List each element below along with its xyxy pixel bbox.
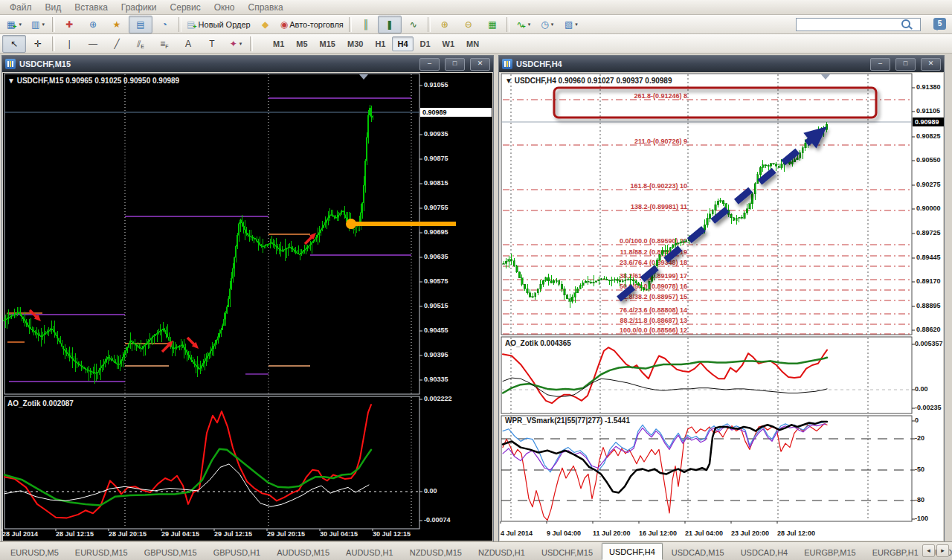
templates-icon: ▧ <box>565 19 573 30</box>
tab-audusd-m15[interactable]: AUDUSD,M15 <box>269 544 337 560</box>
minimize-button[interactable]: ‒ <box>419 58 440 71</box>
tab-eurgbp-m15[interactable]: EURGBP,M15 <box>797 544 863 560</box>
arrows-tool-button[interactable]: ✦▾ <box>224 35 248 53</box>
search-box <box>796 17 921 30</box>
tab-usdchf-m15[interactable]: USDCHF,M15 <box>534 544 600 560</box>
chart-canvas[interactable] <box>3 73 492 541</box>
menu-bar: ФайлВидВставкаГрафикиСервисОкноСправка <box>0 0 952 15</box>
window-title: USDCHF,M15 <box>19 59 414 68</box>
minimize-button[interactable]: ‒ <box>870 58 890 71</box>
text-label-button[interactable]: T <box>200 35 224 53</box>
chart-tab-bar: EURUSD,M5EURUSD,M15GBPUSD,M15GBPUSD,H1AU… <box>0 541 952 560</box>
tab-eurgbp-h1[interactable]: EURGBP,H1 <box>865 544 926 560</box>
fibonacci-button[interactable]: ≡F <box>152 35 176 53</box>
profiles-button[interactable]: ▥▾ <box>26 16 50 33</box>
window-title: USDCHF,H4 <box>516 59 865 68</box>
timeframe-m15[interactable]: M15 <box>315 36 341 51</box>
tab-eurusd-m15[interactable]: EURUSD,M15 <box>68 544 135 560</box>
close-button[interactable]: ✕ <box>470 58 490 71</box>
timeframe-m1[interactable]: M1 <box>268 36 289 51</box>
notification-badge[interactable]: 5 <box>933 18 946 30</box>
trendline-button[interactable]: ╱ <box>105 35 129 53</box>
tab-gbpusd-m15[interactable]: GBPUSD,M15 <box>137 544 205 560</box>
tab-nzdusd-m15[interactable]: NZDUSD,M15 <box>402 544 469 560</box>
text-button[interactable]: A <box>176 35 200 53</box>
timeframe-m30[interactable]: M30 <box>342 36 368 51</box>
tab-scroll-left-icon[interactable]: ◂ <box>922 544 935 557</box>
chevron-down-icon: ▾ <box>528 22 531 28</box>
autotrading-icon: ◉ <box>280 19 288 30</box>
window-title-bar[interactable]: USDCHF,H4 ‒ □ ✕ <box>499 56 944 72</box>
menu-item-3[interactable]: Графики <box>115 1 164 13</box>
menu-item-0[interactable]: Файл <box>3 1 39 13</box>
tab-usdcad-h4[interactable]: USDCAD,H4 <box>733 544 796 560</box>
timeframe-h4[interactable]: H4 <box>392 36 413 51</box>
timeframe-mn[interactable]: MN <box>461 36 484 51</box>
crosshair-button[interactable]: ✛ <box>26 35 50 53</box>
menu-item-2[interactable]: Вставка <box>68 1 115 13</box>
new-order-button[interactable]: ▤+Новый Ордер <box>184 16 254 33</box>
timeframe-h1[interactable]: H1 <box>370 36 390 51</box>
chart-candles-button[interactable]: ❚ <box>378 16 402 33</box>
indicators-plus-icon: + <box>521 23 525 30</box>
close-button[interactable]: ✕ <box>921 58 941 71</box>
tab-eurusd-m5[interactable]: EURUSD,M5 <box>3 544 66 560</box>
zoom-out-icon: ⊖ <box>465 19 472 30</box>
chart-window-icon <box>502 59 512 69</box>
menu-item-4[interactable]: Сервис <box>164 1 208 13</box>
menu-item-1[interactable]: Вид <box>39 1 68 13</box>
templates-button[interactable]: ▧▾ <box>559 16 583 33</box>
navigator-icon: ★ <box>113 19 121 30</box>
tile-windows-button[interactable]: ▦ <box>480 16 504 33</box>
profiles-icon: ▥ <box>31 19 39 30</box>
terminal-icon: ▤ <box>136 19 144 30</box>
arrows-tool-icon: ✦ <box>230 39 237 49</box>
text-icon: A <box>185 39 191 49</box>
window-title-bar[interactable]: USDCHF,M15 ‒ □ ✕ <box>2 56 493 72</box>
timeframe-w1[interactable]: W1 <box>437 36 460 51</box>
zoom-in-button[interactable]: ⊕ <box>433 16 457 33</box>
timeframe-d1[interactable]: D1 <box>415 36 436 51</box>
toolbar-tools: ↖✛❘―╱⫽E≡FAT✦▾M1M5M15M30H1H4D1W1MN <box>0 34 952 54</box>
horizontal-line-button[interactable]: ― <box>81 35 105 53</box>
cursor-button[interactable]: ↖ <box>2 35 26 53</box>
fibonacci-letter: F <box>165 44 168 49</box>
maximize-button[interactable]: □ <box>445 58 465 71</box>
timeframe-m5[interactable]: M5 <box>291 36 312 51</box>
chart-canvas[interactable] <box>500 73 943 541</box>
chevron-down-icon: ▾ <box>239 41 242 47</box>
tab-usdchf-h4[interactable]: USDCHF,H4 <box>602 543 663 560</box>
chart-window-usdchf-h4: USDCHF,H4 ‒ □ ✕ <box>498 55 945 542</box>
chart-candles-icon: ❚ <box>386 19 393 30</box>
chart-line-button[interactable]: ∿ <box>402 16 425 33</box>
equidistant-channel-button[interactable]: ⫽E <box>129 35 152 53</box>
periods-icon: ◷ <box>541 19 548 30</box>
metaeditor-button[interactable]: ◆ <box>254 16 277 33</box>
chevron-down-icon: ▾ <box>551 22 554 28</box>
chart-bars-icon: ║ <box>363 19 370 30</box>
chart-line-icon: ∿ <box>410 19 417 30</box>
tab-gbpusd-h1[interactable]: GBPUSD,H1 <box>206 544 268 560</box>
maximize-button[interactable]: □ <box>895 58 916 71</box>
new-chart-button[interactable]: ▦+▾ <box>2 16 26 33</box>
vertical-line-button[interactable]: ❘ <box>57 35 81 53</box>
strategy-tester-button[interactable]: ◔ <box>152 16 176 33</box>
menu-item-6[interactable]: Справка <box>242 1 290 13</box>
market-watch-icon: ✚ <box>65 19 73 30</box>
indicators-button[interactable]: ∿+▾ <box>512 16 536 33</box>
periods-button[interactable]: ◷▾ <box>536 16 559 33</box>
zoom-out-button[interactable]: ⊖ <box>457 16 480 33</box>
tab-usdcad-m15[interactable]: USDCAD,M15 <box>664 544 732 560</box>
autotrading-button[interactable]: ◉Авто-торговля <box>277 16 347 33</box>
chart-bars-button[interactable]: ║ <box>354 16 378 33</box>
chart-window-usdchf-m15: USDCHF,M15 ‒ □ ✕ <box>1 55 494 542</box>
menu-item-5[interactable]: Окно <box>208 1 242 13</box>
tab-nzdusd-h1[interactable]: NZDUSD,H1 <box>471 544 533 560</box>
terminal-button[interactable]: ▤ <box>129 16 152 33</box>
data-window-button[interactable]: ⊕ <box>81 16 105 33</box>
tab-scroll-right-icon[interactable]: ▸ <box>936 544 949 557</box>
tab-audusd-h1[interactable]: AUDUSD,H1 <box>338 544 401 560</box>
navigator-button[interactable]: ★ <box>105 16 129 33</box>
market-watch-button[interactable]: ✚ <box>57 16 81 33</box>
zoom-in-icon: ⊕ <box>441 19 448 30</box>
